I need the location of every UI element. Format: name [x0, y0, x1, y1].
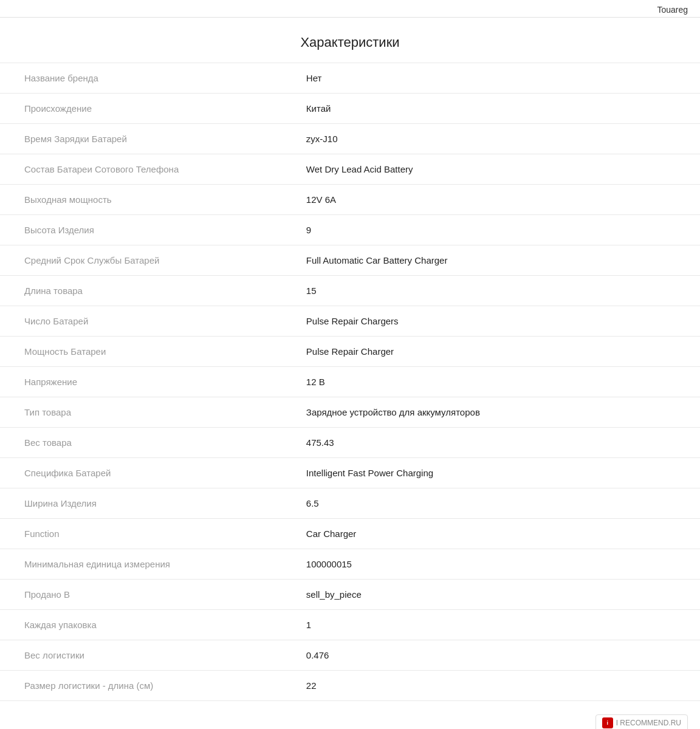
spec-value: Full Automatic Car Battery Charger	[294, 245, 700, 276]
page-title: Характеристики	[0, 18, 700, 63]
spec-value: Car Charger	[294, 519, 700, 549]
spec-value: 12 В	[294, 367, 700, 397]
table-row: Вес логистики0.476	[0, 640, 700, 671]
table-row: ПроисхождениеКитай	[0, 94, 700, 124]
spec-value: 12V 6A	[294, 185, 700, 215]
spec-value: 0.476	[294, 640, 700, 671]
spec-value: zyx-J10	[294, 124, 700, 154]
spec-value: Зарядное устройство для аккумуляторов	[294, 397, 700, 428]
table-row: Напряжение12 В	[0, 367, 700, 397]
spec-label: Высота Изделия	[0, 215, 294, 245]
spec-value: 475.43	[294, 428, 700, 458]
irecommend-icon: i	[602, 717, 613, 728]
table-row: Время Зарядки Батарейzyx-J10	[0, 124, 700, 154]
table-row: Специфика БатарейIntelligent Fast Power …	[0, 458, 700, 488]
table-row: Название брендаНет	[0, 63, 700, 94]
spec-label: Размер логистики - длина (см)	[0, 671, 294, 701]
table-row: Число БатарейPulse Repair Chargers	[0, 306, 700, 337]
table-row: Выходная мощность12V 6A	[0, 185, 700, 215]
spec-label: Время Зарядки Батарей	[0, 124, 294, 154]
page-wrapper: Touareg Характеристики Название брендаНе…	[0, 0, 700, 729]
spec-value: Китай	[294, 94, 700, 124]
specs-table: Название брендаНетПроисхождениеКитайВрем…	[0, 63, 700, 701]
spec-label: Средний Срок Службы Батарей	[0, 245, 294, 276]
spec-label: Специфика Батарей	[0, 458, 294, 488]
spec-label: Вес логистики	[0, 640, 294, 671]
spec-label: Вес товара	[0, 428, 294, 458]
spec-value: 9	[294, 215, 700, 245]
spec-label: Напряжение	[0, 367, 294, 397]
spec-value: 22	[294, 671, 700, 701]
spec-value: Wet Dry Lead Acid Battery	[294, 154, 700, 185]
spec-value: 100000015	[294, 549, 700, 580]
spec-label: Каждая упаковка	[0, 610, 294, 640]
spec-value: 15	[294, 276, 700, 306]
table-row: Состав Батареи Сотового ТелефонаWet Dry …	[0, 154, 700, 185]
spec-label: Состав Батареи Сотового Телефона	[0, 154, 294, 185]
spec-value: Pulse Repair Charger	[294, 337, 700, 367]
spec-value: 6.5	[294, 488, 700, 519]
table-row: Каждая упаковка1	[0, 610, 700, 640]
spec-label: Длина товара	[0, 276, 294, 306]
table-row: Тип товараЗарядное устройство для аккуму…	[0, 397, 700, 428]
top-bar: Touareg	[0, 0, 700, 18]
irecommend-text: I RECOMMEND.RU	[616, 719, 681, 727]
spec-label: Минимальная единица измерения	[0, 549, 294, 580]
irecommend-badge: i I RECOMMEND.RU	[595, 714, 688, 729]
spec-label: Выходная мощность	[0, 185, 294, 215]
table-row: Средний Срок Службы БатарейFull Automati…	[0, 245, 700, 276]
spec-value: Pulse Repair Chargers	[294, 306, 700, 337]
spec-label: Function	[0, 519, 294, 549]
table-row: Размер логистики - длина (см)22	[0, 671, 700, 701]
table-row: Мощность БатареиPulse Repair Charger	[0, 337, 700, 367]
table-row: Продано Вsell_by_piece	[0, 580, 700, 610]
table-row: Минимальная единица измерения100000015	[0, 549, 700, 580]
table-row: Высота Изделия9	[0, 215, 700, 245]
bottom-badge-area: i I RECOMMEND.RU	[0, 707, 700, 729]
spec-label: Число Батарей	[0, 306, 294, 337]
spec-value: 1	[294, 610, 700, 640]
username-label: Touareg	[657, 5, 688, 15]
table-row: Длина товара15	[0, 276, 700, 306]
spec-value: Нет	[294, 63, 700, 94]
spec-label: Происхождение	[0, 94, 294, 124]
spec-label: Название бренда	[0, 63, 294, 94]
table-row: Ширина Изделия6.5	[0, 488, 700, 519]
table-row: FunctionCar Charger	[0, 519, 700, 549]
spec-label: Тип товара	[0, 397, 294, 428]
spec-value: Intelligent Fast Power Charging	[294, 458, 700, 488]
table-row: Вес товара475.43	[0, 428, 700, 458]
spec-value: sell_by_piece	[294, 580, 700, 610]
spec-label: Ширина Изделия	[0, 488, 294, 519]
spec-label: Продано В	[0, 580, 294, 610]
spec-label: Мощность Батареи	[0, 337, 294, 367]
